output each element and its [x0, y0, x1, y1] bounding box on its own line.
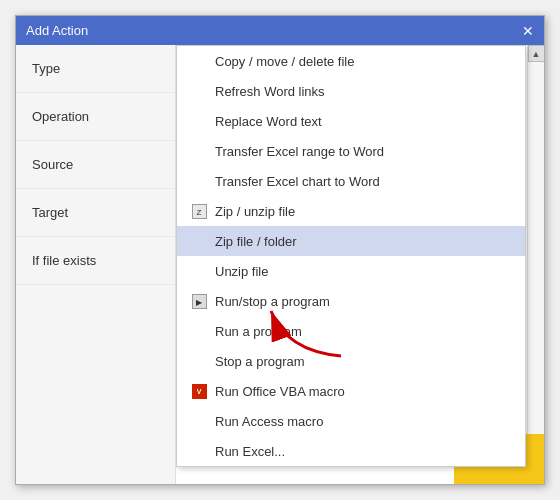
if-file-exists-label: If file exists [32, 253, 96, 268]
dropdown-item-zip-unzip-file[interactable]: Z Zip / unzip file [177, 196, 525, 226]
close-button[interactable]: ✕ [522, 24, 534, 38]
item-icon-empty [191, 83, 207, 99]
form-panel: Type Operation Source Target If file exi… [16, 45, 176, 484]
dialog-title: Add Action [26, 23, 88, 38]
item-label: Unzip file [215, 264, 268, 279]
dropdown-item-run-office-vba[interactable]: V Run Office VBA macro [177, 376, 525, 406]
dropdown-item-refresh-word-links[interactable]: Refresh Word links [177, 76, 525, 106]
scroll-up-arrow[interactable]: ▲ [528, 45, 545, 62]
item-label: Run a program [215, 324, 302, 339]
item-icon-empty [191, 233, 207, 249]
target-label: Target [32, 205, 68, 220]
dropdown-item-run-access-macro[interactable]: Run Access macro [177, 406, 525, 436]
item-label: Copy / move / delete file [215, 54, 354, 69]
item-icon-empty [191, 143, 207, 159]
item-label: Run Office VBA macro [215, 384, 345, 399]
item-label: Stop a program [215, 354, 305, 369]
content-panel: Copy / move / delete file Refresh Word l… [176, 45, 544, 484]
dropdown-item-copy-move-delete[interactable]: Copy / move / delete file [177, 46, 525, 76]
dropdown-item-zip-file-folder[interactable]: Zip file / folder [177, 226, 525, 256]
dropdown-item-run-a-program[interactable]: Run a program [177, 316, 525, 346]
item-icon-empty [191, 53, 207, 69]
type-label: Type [32, 61, 60, 76]
item-icon-empty [191, 113, 207, 129]
dropdown-item-stop-a-program[interactable]: Stop a program [177, 346, 525, 376]
dropdown-item-replace-word-text[interactable]: Replace Word text [177, 106, 525, 136]
operation-label: Operation [32, 109, 89, 124]
item-label: Zip file / folder [215, 234, 297, 249]
item-label: Run/stop a program [215, 294, 330, 309]
item-label: Replace Word text [215, 114, 322, 129]
vba-icon: V [191, 383, 207, 399]
item-label: Refresh Word links [215, 84, 325, 99]
program-icon: ▶ [191, 293, 207, 309]
dropdown-scrollbar[interactable]: ▲ ▼ [527, 45, 544, 484]
item-label: Run Access macro [215, 414, 323, 429]
form-row-source: Source [16, 141, 175, 189]
dropdown-item-transfer-excel-chart[interactable]: Transfer Excel chart to Word [177, 166, 525, 196]
item-label: Run Excel... [215, 444, 285, 459]
zip-icon: Z [191, 203, 207, 219]
form-row-target: Target [16, 189, 175, 237]
source-label: Source [32, 157, 73, 172]
item-icon-empty [191, 173, 207, 189]
type-dropdown-menu[interactable]: Copy / move / delete file Refresh Word l… [176, 45, 526, 467]
item-icon-empty [191, 263, 207, 279]
dropdown-item-run-stop-program[interactable]: ▶ Run/stop a program [177, 286, 525, 316]
form-row-operation: Operation [16, 93, 175, 141]
item-label: Zip / unzip file [215, 204, 295, 219]
dropdown-item-transfer-excel-range[interactable]: Transfer Excel range to Word [177, 136, 525, 166]
item-icon-empty [191, 413, 207, 429]
add-action-dialog: Add Action ✕ Type Operation Source Targe… [15, 15, 545, 485]
item-label: Transfer Excel chart to Word [215, 174, 380, 189]
item-icon-empty [191, 443, 207, 459]
scroll-track[interactable] [528, 62, 544, 467]
dialog-body: Type Operation Source Target If file exi… [16, 45, 544, 484]
dropdown-item-run-excel[interactable]: Run Excel... [177, 436, 525, 466]
form-row-if-file-exists: If file exists [16, 237, 175, 285]
item-icon-empty [191, 353, 207, 369]
dropdown-item-unzip-file[interactable]: Unzip file [177, 256, 525, 286]
form-row-type: Type [16, 45, 175, 93]
item-icon-empty [191, 323, 207, 339]
title-bar: Add Action ✕ [16, 16, 544, 45]
item-label: Transfer Excel range to Word [215, 144, 384, 159]
